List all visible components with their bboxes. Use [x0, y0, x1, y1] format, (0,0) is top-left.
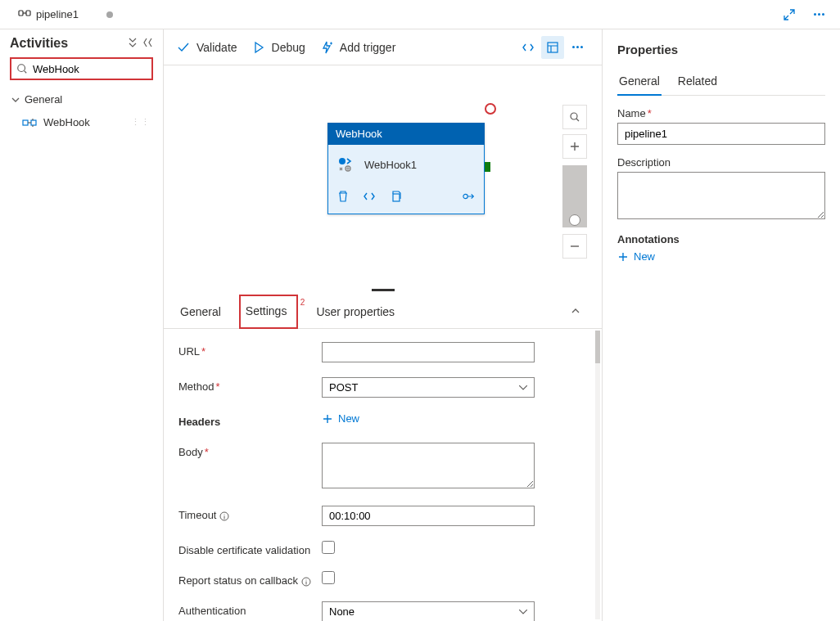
zoom-slider-handle[interactable] — [569, 214, 580, 226]
trigger-icon — [320, 41, 333, 54]
plus-icon — [617, 251, 629, 263]
pipeline-tab[interactable]: pipeline1 — [10, 3, 121, 25]
tab-general[interactable]: General — [177, 295, 224, 328]
activity-settings-panel: General Settings 2 User properties URL* … — [164, 295, 602, 621]
add-annotation-button[interactable]: New — [617, 250, 825, 263]
node-type-label: WebHook — [327, 123, 485, 145]
disable-cert-checkbox[interactable] — [322, 541, 335, 554]
activity-item-webhook[interactable]: WebHook ⋮⋮ — [10, 110, 153, 134]
report-status-checkbox[interactable] — [322, 571, 335, 584]
zoom-in-button[interactable] — [562, 134, 587, 159]
name-label: Name* — [617, 107, 825, 119]
activity-item-label: WebHook — [43, 116, 90, 128]
pipeline-canvas[interactable]: WebHook WebHook1 — [164, 65, 602, 285]
tab-settings[interactable]: Settings 2 — [239, 295, 299, 329]
pipeline-description-textarea[interactable] — [617, 172, 825, 219]
tab-user-properties[interactable]: User properties — [313, 295, 398, 328]
settings-error-badge: 2 — [300, 298, 305, 307]
copy-node-button[interactable] — [389, 190, 402, 205]
canvas-fit-button[interactable] — [562, 105, 587, 129]
body-textarea[interactable] — [322, 443, 535, 488]
hide-panel-icon[interactable] — [143, 38, 153, 50]
webhook-icon — [22, 117, 37, 128]
svg-rect-1 — [26, 11, 30, 16]
properties-tab-general[interactable]: General — [617, 68, 662, 96]
chevron-down-icon — [11, 93, 20, 106]
svg-rect-3 — [23, 120, 28, 125]
plus-icon — [322, 413, 333, 425]
activities-panel: Activities General WebHook ⋮⋮ — [0, 29, 164, 621]
properties-title: Properties — [617, 43, 825, 56]
settings-scrollbar-thumb[interactable] — [595, 331, 600, 363]
canvas-zoom-controls — [562, 105, 587, 259]
editor-tabbar: pipeline1 — [0, 0, 840, 29]
svg-point-6 — [339, 158, 345, 164]
node-output-button[interactable] — [463, 190, 476, 205]
svg-rect-5 — [548, 43, 558, 52]
check-icon — [177, 41, 190, 54]
unsaved-indicator-icon — [106, 11, 113, 18]
pipeline-icon — [18, 7, 31, 22]
info-icon — [219, 511, 229, 521]
properties-toggle-button[interactable] — [541, 36, 564, 59]
toolbar-more-button[interactable] — [566, 36, 589, 59]
node-name: WebHook1 — [364, 159, 417, 171]
svg-rect-8 — [393, 194, 400, 201]
ellipsis-icon — [572, 46, 583, 48]
search-icon — [16, 63, 28, 74]
debug-button[interactable]: Debug — [252, 41, 305, 54]
panel-resizer[interactable] — [164, 285, 602, 295]
tab-title: pipeline1 — [36, 8, 79, 20]
timeout-input[interactable] — [322, 506, 535, 526]
expand-icon[interactable] — [778, 3, 801, 26]
node-code-button[interactable] — [363, 190, 376, 205]
activity-group-general[interactable]: General — [10, 88, 153, 110]
activity-group-label: General — [25, 93, 62, 106]
annotations-label: Annotations — [617, 233, 825, 245]
play-icon — [252, 41, 265, 54]
info-icon — [301, 577, 311, 587]
settings-scrollbar[interactable] — [595, 331, 600, 619]
svg-rect-0 — [19, 11, 23, 16]
method-select[interactable]: POST — [322, 377, 535, 398]
properties-panel: Properties General Related Name* Descrip… — [603, 29, 840, 621]
pipeline-toolbar: Validate Debug Add trigger — [164, 29, 602, 65]
add-header-button[interactable]: New — [322, 412, 359, 425]
webhook-activity-node[interactable]: WebHook WebHook1 — [327, 123, 485, 214]
collapse-settings-button[interactable] — [562, 297, 589, 326]
more-actions-button[interactable] — [807, 3, 830, 26]
activities-heading: Activities — [10, 36, 68, 51]
svg-point-10 — [571, 113, 577, 119]
validation-error-icon — [485, 103, 496, 115]
ellipsis-icon — [814, 13, 824, 16]
description-label: Description — [617, 156, 825, 169]
activities-search-input[interactable] — [10, 57, 153, 80]
svg-rect-4 — [31, 120, 36, 125]
webhook-node-icon — [336, 155, 355, 175]
zoom-out-button[interactable] — [562, 234, 587, 259]
authentication-select[interactable]: None — [322, 601, 535, 621]
svg-point-2 — [18, 65, 25, 72]
pipeline-name-input[interactable] — [617, 123, 825, 145]
add-trigger-button[interactable]: Add trigger — [320, 41, 395, 54]
drag-handle-icon: ⋮⋮ — [131, 117, 151, 128]
delete-node-button[interactable] — [336, 190, 350, 205]
url-input[interactable] — [322, 342, 535, 362]
code-view-button[interactable] — [517, 36, 540, 59]
node-success-port[interactable] — [485, 162, 490, 172]
validate-button[interactable]: Validate — [177, 41, 237, 54]
properties-tab-related[interactable]: Related — [676, 68, 719, 95]
collapse-all-icon[interactable] — [127, 38, 138, 50]
svg-point-9 — [463, 194, 467, 198]
